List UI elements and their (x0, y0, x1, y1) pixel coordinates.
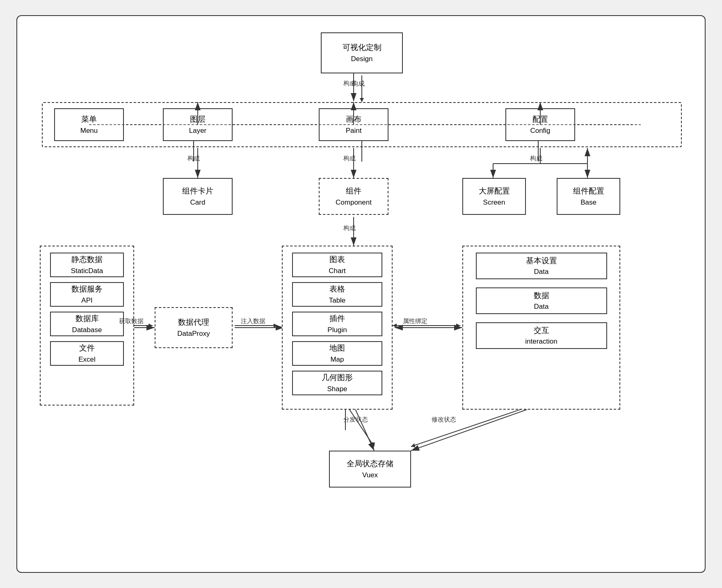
diagram-container: 可视化定制 Design 构成 菜单 Menu 图层 Layer 画布 Pain… (16, 15, 706, 573)
label-compose-paint: 构成 (343, 155, 356, 162)
interaction-cn: 交互 (534, 325, 549, 337)
data-data-cn: 数据 (534, 290, 549, 302)
database-box: 数据库 Database (50, 312, 124, 336)
paint-box: 画布 Paint (319, 108, 388, 141)
data-data-box: 数据 Data (476, 287, 607, 314)
card-en: Card (190, 197, 206, 208)
vuex-box: 全局状态存储 Vuex (329, 451, 411, 488)
label-modify: 修改状态 (432, 416, 456, 424)
shape-box: 几何图形 Shape (292, 371, 382, 395)
interaction-box: 交互 interaction (476, 322, 607, 349)
shape-en: Shape (327, 384, 347, 394)
map-en: Map (330, 354, 344, 365)
table-en: Table (329, 295, 346, 306)
excel-cn: 文件 (79, 342, 95, 354)
menu-box: 菜单 Menu (54, 108, 124, 141)
design-box: 可视化定制 Design (321, 32, 403, 73)
layer-cn: 图层 (190, 114, 206, 125)
shape-cn: 几何图形 (322, 372, 353, 384)
base-cn: 组件配置 (573, 185, 604, 197)
base-en: Base (580, 197, 596, 208)
vuex-cn: 全局状态存储 (347, 458, 393, 470)
screen-en: Screen (483, 197, 505, 208)
api-en: API (81, 295, 92, 306)
label-inject-data: 注入数据 (241, 317, 265, 325)
map-box: 地图 Map (292, 341, 382, 366)
layer-en: Layer (189, 125, 207, 136)
plugin-cn: 插件 (329, 313, 345, 325)
label-get-data: 获取数据 (119, 317, 144, 325)
component-cn: 组件 (346, 185, 361, 197)
svg-marker-1 (360, 98, 364, 102)
label-compose-design: 构成 (343, 80, 356, 87)
config-cn: 配置 (532, 114, 548, 125)
screen-box: 大屏配置 Screen (462, 178, 526, 215)
svg-marker-27 (456, 324, 460, 328)
config-box: 配置 Config (505, 108, 575, 141)
components-group: 图表 Chart 表格 Table 插件 Plugin 地图 Map 几何图形 … (282, 246, 393, 410)
data-setting-en: Data (534, 267, 549, 277)
excel-box: 文件 Excel (50, 341, 124, 366)
vuex-en: Vuex (362, 470, 378, 481)
layer-box: 图层 Layer (163, 108, 233, 141)
data-setting-box: 基本设置 Data (476, 253, 607, 279)
svg-marker-24 (149, 324, 153, 328)
data-data-en: Data (534, 301, 549, 312)
svg-marker-31 (371, 442, 375, 447)
label-attr-bind: 属性绑定 (403, 317, 427, 325)
static-data-cn: 静态数据 (71, 254, 103, 266)
table-cn: 表格 (329, 283, 345, 295)
map-cn: 地图 (329, 342, 345, 354)
api-box: 数据服务 API (50, 282, 124, 307)
screen-cn: 大屏配置 (479, 185, 510, 197)
label-dispatch: 分发状态 (343, 416, 368, 424)
svg-line-30 (345, 403, 374, 447)
label-compose-config: 构成 (530, 155, 542, 162)
svg-line-53 (411, 406, 538, 451)
card-box: 组件卡片 Card (163, 178, 233, 215)
static-data-en: StaticData (71, 266, 103, 276)
design-en: Design (351, 54, 373, 64)
card-cn: 组件卡片 (182, 185, 213, 197)
label-compose-layer: 构成 (187, 155, 200, 162)
plugin-en: Plugin (327, 325, 347, 335)
svg-line-52 (354, 406, 374, 451)
database-cn: 数据库 (75, 313, 99, 325)
data-sources-group: 静态数据 StaticData 数据服务 API 数据库 Database 文件… (40, 246, 134, 406)
table-box: 表格 Table (292, 282, 382, 307)
api-cn: 数据服务 (71, 283, 103, 295)
data-proxy-box: 数据代理 DataProxy (155, 307, 233, 348)
svg-marker-33 (411, 443, 415, 447)
menu-cn: 菜单 (81, 114, 97, 125)
svg-marker-26 (393, 324, 397, 328)
interaction-en: interaction (525, 336, 557, 347)
excel-en: Excel (78, 354, 96, 365)
svg-marker-22 (274, 324, 278, 328)
right-config-group: 基本设置 Data 数据 Data 交互 interaction (462, 246, 620, 410)
paint-en: Paint (346, 125, 362, 136)
menu-en: Menu (80, 125, 98, 136)
chart-en: Chart (329, 266, 346, 276)
component-en: Component (336, 197, 372, 208)
data-setting-cn: 基本设置 (526, 255, 557, 267)
chart-box: 图表 Chart (292, 253, 382, 277)
component-box: 组件 Component (319, 178, 388, 215)
data-proxy-en: DataProxy (177, 328, 210, 339)
plugin-box: 插件 Plugin (292, 312, 382, 336)
data-proxy-cn: 数据代理 (178, 317, 209, 328)
static-data-box: 静态数据 StaticData (50, 253, 124, 277)
chart-cn: 图表 (329, 254, 345, 266)
paint-cn: 画布 (346, 114, 361, 125)
config-en: Config (530, 125, 550, 136)
database-en: Database (72, 325, 102, 335)
svg-line-32 (411, 403, 538, 447)
label-compose-component: 构成 (343, 224, 356, 232)
design-cn: 可视化定制 (343, 42, 382, 54)
base-box: 组件配置 Base (557, 178, 620, 215)
